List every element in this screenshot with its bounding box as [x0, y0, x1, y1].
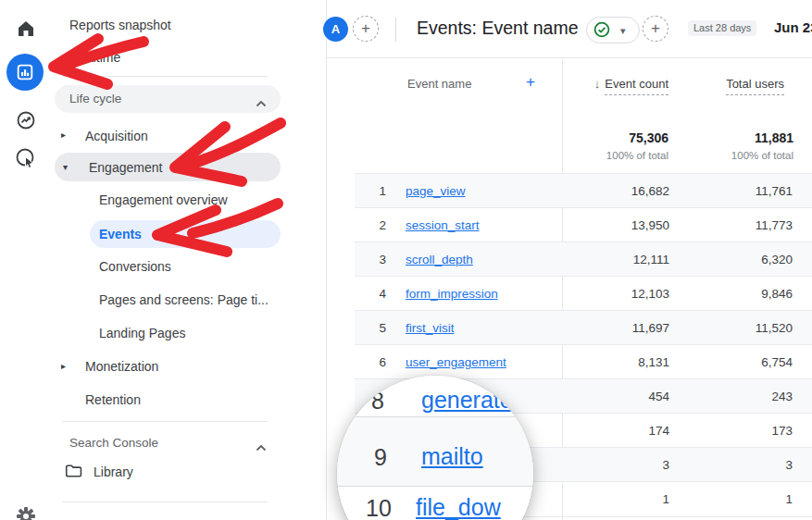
total-users: 11,881	[755, 130, 793, 145]
event-count: 12,103	[631, 277, 669, 311]
table-header: Event name + ↓Event count Total users 75…	[355, 57, 812, 173]
sidebar-item-engagement-overview[interactable]: Engagement overview	[99, 190, 228, 210]
date-range-value[interactable]: Jun 23	[774, 19, 812, 35]
lens-row-index: 9	[374, 444, 387, 471]
event-link[interactable]: user_engagement	[406, 345, 506, 379]
event-count: 11,697	[632, 311, 669, 345]
sidebar-item-reports-snapshot[interactable]: Reports snapshot	[69, 15, 171, 35]
sidebar-item-events-label: Events	[99, 224, 142, 244]
event-link[interactable]: session_start	[406, 208, 480, 242]
total-users: 1	[785, 482, 793, 516]
sidebar-item-engagement-label: Engagement	[89, 157, 162, 178]
plus-icon: +	[361, 19, 370, 37]
total-users: 11,773	[756, 208, 793, 242]
sidebar-item-landing-pages[interactable]: Landing Pages	[99, 323, 185, 343]
event-count: 12,111	[633, 242, 669, 277]
column-header-event-name[interactable]: Event name	[407, 77, 471, 91]
sidebar-item-monetization[interactable]: Monetization	[85, 356, 158, 377]
total-users: 11,761	[756, 174, 793, 208]
section-search-console[interactable]: Search Console	[69, 433, 158, 453]
add-comparison-button[interactable]: +	[353, 16, 379, 42]
event-link[interactable]: scroll_depth	[406, 242, 473, 277]
nav-rail	[0, 0, 52, 520]
lens-event-link: file_dow	[416, 494, 501, 520]
total-users: 9,846	[761, 277, 793, 311]
row-index: 5	[362, 311, 386, 345]
sidebar-divider	[62, 76, 268, 77]
chevron-up-icon[interactable]	[256, 94, 267, 111]
explore-icon[interactable]	[13, 107, 39, 133]
lens-event-link: mailto	[421, 443, 483, 470]
table-row: 3 scroll_depth 12,111 6,320	[355, 241, 812, 277]
advertising-icon[interactable]	[13, 145, 39, 171]
sidebar-divider	[62, 501, 268, 502]
expand-down-icon[interactable]: ▾	[63, 161, 68, 174]
row-index: 3	[362, 242, 386, 277]
event-count: 1	[662, 482, 669, 516]
sidebar-item-acquisition[interactable]: Acquisition	[85, 126, 148, 146]
event-count: 3	[662, 448, 669, 482]
event-link[interactable]: first_visit	[406, 311, 455, 345]
total-users: 173	[771, 414, 793, 448]
expand-right-icon[interactable]: ▸	[61, 129, 66, 142]
event-link[interactable]: page_view	[406, 174, 466, 208]
sidebar-item-pages-and-screens[interactable]: Pages and screens: Page ti...	[99, 290, 269, 310]
total-users: 243	[771, 379, 793, 414]
table-row: 1 page_view 16,682 11,761	[355, 173, 812, 208]
total-users: 6,754	[761, 345, 793, 379]
home-icon[interactable]	[13, 16, 39, 42]
report-sidebar: Reports snapshot Realtime Life cycle ▸ A…	[51, 0, 327, 520]
plus-icon: +	[651, 19, 660, 37]
total-users-share: 100% of total	[731, 150, 793, 161]
sidebar-item-events[interactable]: Events	[90, 220, 281, 248]
total-users: 3	[785, 448, 793, 482]
sidebar-divider	[62, 421, 268, 422]
lens-row-index: 10	[366, 495, 392, 520]
row-index: 2	[362, 208, 386, 242]
section-life-cycle-label: Life cycle	[69, 89, 121, 109]
column-header-total-users[interactable]: Total users	[726, 77, 784, 91]
sidebar-item-realtime[interactable]: Realtime	[69, 47, 120, 68]
total-users: 11,520	[756, 311, 793, 345]
report-status-dropdown[interactable]: ▾	[586, 17, 640, 43]
table-row: 2 session_start 13,950 11,773	[355, 207, 812, 242]
total-users: 6,320	[761, 242, 793, 277]
total-event-count-share: 100% of total	[606, 150, 668, 161]
caret-down-icon: ▾	[620, 25, 626, 37]
column-header-event-count[interactable]: ↓Event count	[594, 77, 668, 91]
event-count: 13,950	[631, 208, 669, 242]
ga4-events-report: Reports snapshot Realtime Life cycle ▸ A…	[0, 0, 812, 520]
chevron-up-icon[interactable]	[256, 439, 267, 455]
event-count: 8,131	[638, 345, 669, 379]
table-row: 4 form_impression 12,103 9,846	[355, 276, 812, 311]
table-row: 6 user_engagement 8,131 6,754	[355, 344, 812, 379]
reports-nav-button[interactable]	[6, 54, 44, 91]
event-count: 174	[648, 414, 669, 448]
date-range-chip[interactable]: Last 28 days	[688, 20, 756, 36]
total-event-count: 75,306	[629, 130, 668, 145]
page-title: Events: Event name	[417, 18, 579, 39]
header-separator	[395, 18, 396, 42]
check-circle-icon	[593, 21, 610, 42]
sidebar-item-conversions[interactable]: Conversions	[99, 256, 171, 277]
avatar[interactable]: A	[323, 17, 348, 42]
bar-chart-icon	[15, 62, 35, 82]
event-count: 16,682	[631, 174, 669, 208]
sort-desc-icon: ↓	[594, 77, 601, 91]
row-index: 4	[362, 277, 386, 311]
add-dimension-icon[interactable]: +	[526, 73, 535, 92]
expand-right-icon[interactable]: ▸	[61, 360, 66, 373]
folder-icon	[65, 464, 82, 482]
sidebar-item-retention[interactable]: Retention	[85, 390, 141, 410]
sidebar-item-library[interactable]: Library	[94, 462, 133, 482]
event-link[interactable]: form_impression	[406, 277, 498, 311]
section-life-cycle[interactable]: Life cycle	[55, 85, 281, 113]
settings-gear-icon[interactable]	[13, 503, 39, 520]
row-index: 6	[362, 345, 386, 379]
add-report-button[interactable]: +	[643, 16, 668, 42]
event-count: 454	[648, 379, 669, 414]
table-row: 5 first_visit 11,697 11,520	[355, 310, 812, 345]
row-index: 1	[362, 174, 386, 208]
sidebar-item-engagement[interactable]: ▾ Engagement	[55, 153, 281, 181]
